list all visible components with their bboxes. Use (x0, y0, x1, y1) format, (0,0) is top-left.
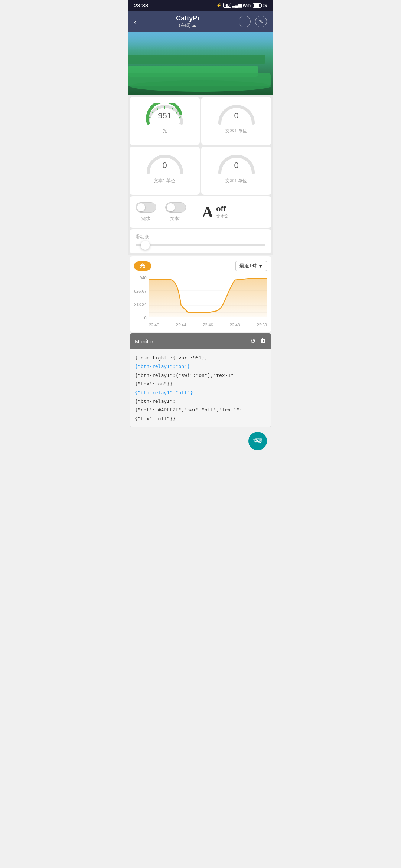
y-label-0: 0 (144, 316, 147, 320)
chart-y-axis: 940 626.67 313.34 0 (134, 276, 148, 320)
back-button[interactable]: ‹ (134, 17, 137, 26)
chart-period-label: 最近1时 (239, 263, 257, 269)
y-label-940: 940 (140, 276, 146, 280)
monitor-header: Monitor ↺ 🗑 (130, 333, 271, 349)
y-label-313: 313.34 (134, 302, 147, 307)
gauge-4-label: 文本1 单位 (225, 178, 247, 184)
toggle-text1-label: 文本1 (170, 216, 182, 222)
monitor-line-2: {"btn-relay1":"on"} (135, 362, 266, 371)
menu-button[interactable]: ··· (239, 16, 251, 27)
x-label-2250: 22:50 (257, 323, 267, 327)
header-center: CattyPi (在线) ☁ (176, 14, 199, 29)
x-label-2244: 22:44 (176, 323, 186, 327)
text-widget: A off 文本2 (202, 204, 265, 220)
gauge-2-value: 0 (234, 111, 238, 121)
battery-level: 25 (263, 3, 267, 8)
x-label-2246: 22:46 (203, 323, 213, 327)
gauge-light-value: 951 (158, 111, 172, 121)
slider-knob[interactable] (141, 241, 150, 250)
gauge-3-value: 0 (162, 161, 167, 170)
status-time: 23:38 (134, 2, 148, 9)
edit-button[interactable]: ✎ (255, 16, 267, 27)
gauge-3-label: 文本1 单位 (154, 178, 175, 184)
hero-banner (128, 32, 273, 95)
app-header: ‹ CattyPi (在线) ☁ ··· ✎ (128, 11, 273, 32)
hd-icon: HD (223, 3, 231, 8)
status-icons: ⚡ HD ▂▄▆ WiFi 25 (216, 3, 267, 8)
gauge-light-label: 光 (163, 128, 167, 134)
chart-svg (149, 276, 267, 320)
svg-text:ARDUINO: ARDUINO (253, 438, 262, 440)
gauge-2-container: 0 (216, 103, 257, 125)
wifi-icon: WiFi (243, 3, 251, 8)
slider-title: 滑动条 (136, 234, 265, 240)
monitor-line-3: {"btn-relay1":{"swi":"on"},"tex-1":{"tex… (135, 371, 266, 388)
toggle-text1[interactable] (165, 202, 186, 213)
monitor-line-5: {"btn-relay1":{"col":"#ADFF2F","swi":"of… (135, 397, 266, 423)
chart-x-axis: 22:40 22:44 22:46 22:48 22:50 (149, 323, 267, 327)
monitor-line-1: { num-light :{ var :951}} (135, 354, 266, 362)
gauge-4-value: 0 (234, 161, 238, 170)
monitor-section: Monitor ↺ 🗑 { num-light :{ var :951}} {"… (130, 333, 271, 427)
text-widget-info: off 文本2 (216, 205, 228, 220)
signal-icon: ▂▄▆ (232, 3, 241, 8)
text-widget-sublabel: 文本2 (216, 213, 228, 220)
monitor-line-4: {"btn-relay1":"off"} (135, 388, 266, 397)
gauge-2-label: 文本1 单位 (225, 128, 247, 134)
slider-section: 滑动条 (128, 229, 273, 255)
arduino-logo: ARDUINO 中文社区 (248, 432, 267, 450)
gauge-light-container: 951 (144, 103, 185, 125)
bluetooth-icon: ⚡ (216, 3, 222, 8)
chart-period-selector[interactable]: 最近1时 ▼ (235, 261, 267, 271)
chart-section: 光 最近1时 ▼ 940 626.67 313.34 0 (130, 256, 271, 332)
toggle-water-knob (137, 203, 145, 211)
status-bar: 23:38 ⚡ HD ▂▄▆ WiFi 25 (128, 0, 273, 11)
monitor-delete-button[interactable]: 🗑 (260, 337, 266, 345)
battery-icon (253, 3, 261, 8)
app-footer: ARDUINO 中文社区 (128, 429, 273, 453)
toggle-group: 浇水 文本1 (136, 202, 199, 222)
controls-card: 浇水 文本1 A off 文本2 (130, 196, 271, 228)
text-widget-letter: A (202, 204, 213, 220)
chart-tag[interactable]: 光 (134, 261, 151, 271)
toggle-text1-item: 文本1 (165, 202, 186, 222)
slider-card: 滑动条 (130, 229, 271, 253)
gauge-card-light: 951 光 (130, 97, 200, 145)
gauge-card-4: 0 文本1 单位 (201, 147, 271, 195)
page-subtitle: (在线) ☁ (176, 22, 199, 29)
monitor-title: Monitor (135, 338, 153, 345)
gauge-grid: 951 光 0 文本1 单位 0 文本1 单位 0 文本1 单位 (128, 95, 273, 196)
chart-header: 光 最近1时 ▼ (134, 261, 267, 271)
chart-period-arrow: ▼ (258, 263, 263, 269)
text-widget-value: off (216, 205, 228, 213)
chart-area: 940 626.67 313.34 0 22:40 22:44 2 (149, 276, 267, 328)
page-title: CattyPi (176, 14, 199, 22)
toggle-water-item: 浇水 (136, 202, 156, 222)
slider-track[interactable] (136, 244, 265, 246)
monitor-refresh-button[interactable]: ↺ (250, 337, 256, 345)
toggle-water[interactable] (136, 202, 156, 213)
gauge-card-2: 0 文本1 单位 (201, 97, 271, 145)
monitor-actions: ↺ 🗑 (250, 337, 266, 345)
header-actions: ··· ✎ (239, 16, 267, 27)
controls-section: 浇水 文本1 A off 文本2 (128, 196, 273, 229)
gauge-card-3: 0 文本1 单位 (130, 147, 200, 195)
toggle-water-label: 浇水 (141, 216, 150, 222)
x-label-2240: 22:40 (149, 323, 159, 327)
y-label-626: 626.67 (134, 289, 147, 293)
x-label-2248: 22:48 (230, 323, 240, 327)
gauge-4-container: 0 (216, 152, 257, 175)
gauge-3-container: 0 (144, 152, 185, 175)
monitor-body: { num-light :{ var :951}} {"btn-relay1":… (130, 349, 271, 427)
toggle-text1-knob (167, 203, 175, 211)
